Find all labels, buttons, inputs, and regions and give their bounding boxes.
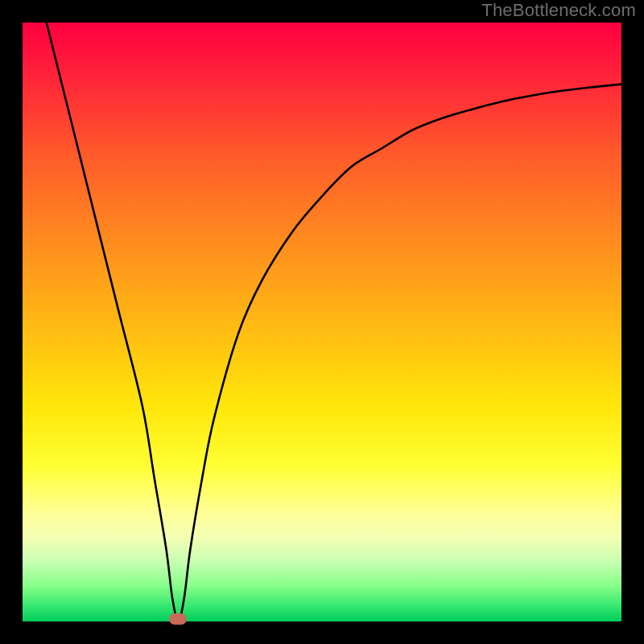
bottleneck-curve xyxy=(23,23,621,621)
attribution-text: TheBottleneck.com xyxy=(481,0,636,21)
chart-frame xyxy=(23,23,621,621)
optimal-marker xyxy=(169,613,187,625)
